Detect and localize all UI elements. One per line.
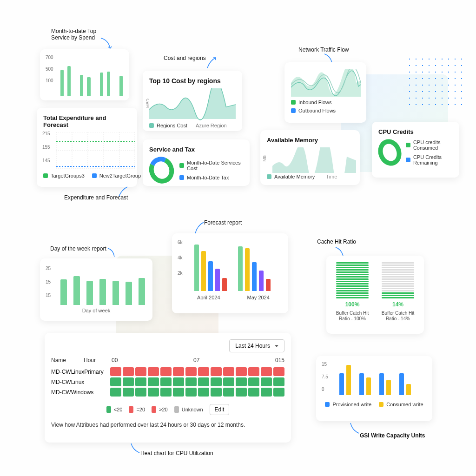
note-cost-regions: Cost and regions: [164, 55, 206, 61]
bar: [107, 72, 110, 96]
mtd-tick: 100: [46, 78, 53, 83]
exp-legend: New2TargetGroup: [99, 173, 141, 178]
heat-row: [110, 367, 284, 376]
heat-row-label: MD-CWLinuxPrimary: [51, 369, 106, 375]
bar: [194, 245, 199, 291]
card-memory: Available Memory MB Available Memory Tim…: [260, 130, 360, 185]
bar: [399, 373, 404, 395]
bar: [80, 75, 83, 96]
network-area: [291, 69, 361, 97]
heat-row-label: MD-CWLinux: [51, 379, 106, 385]
st-legend: Month-to-Date Services Cost: [187, 160, 243, 171]
bar: [252, 262, 257, 291]
gsi-tick: 0: [322, 387, 328, 392]
mem-title: Available Memory: [267, 137, 353, 144]
card-service-tax: Service and Tax Month-to-Date Services C…: [143, 139, 250, 186]
bar: [73, 276, 80, 305]
head-h7: 07: [193, 357, 199, 364]
bar: [87, 77, 90, 96]
card-regions: Top 10 Cost by regions MBD Regions Cost …: [143, 71, 242, 131]
fc-tick: 2k: [178, 271, 183, 276]
network-legend: Inbound Flows: [298, 99, 332, 105]
network-legend: Outbound Flows: [298, 108, 336, 113]
heat-desc: View how Attribues had performed over la…: [51, 422, 284, 428]
dow-tick: 15: [46, 279, 51, 284]
bar: [119, 76, 123, 96]
note-network: Network Traffic Flow: [298, 46, 349, 53]
bar: [359, 373, 364, 395]
mem-area: [272, 147, 356, 173]
bar: [126, 282, 132, 305]
bar: [99, 279, 106, 305]
heat-lg: <20: [114, 407, 123, 412]
gauge-sub: Buffer Catch Hit Ratio - 14%: [380, 311, 416, 322]
bar: [222, 278, 227, 291]
bar: [238, 246, 243, 291]
card-dow: 25 15 15 Day of week: [40, 258, 152, 321]
bar: [266, 279, 271, 291]
dow-tick: 15: [46, 293, 51, 298]
bar: [67, 66, 71, 96]
mtd-tick: 500: [46, 66, 53, 72]
bar: [60, 70, 64, 96]
bar: [386, 380, 391, 395]
mem-legend: Available Memory: [274, 174, 315, 179]
gauge-pct: 14%: [392, 301, 403, 308]
fc-tick: 6k: [178, 240, 183, 245]
bar: [259, 271, 264, 291]
bar: [86, 281, 93, 305]
gauge-stripes: [382, 262, 414, 298]
heat-row: [110, 388, 284, 397]
bar: [208, 261, 213, 291]
regions-legend: Azure Region: [196, 123, 227, 128]
fc-cat: April 2024: [197, 295, 220, 300]
gauge-pct: 100%: [345, 301, 360, 308]
card-network: Inbound Flows Outbound Flows: [284, 62, 366, 123]
card-forecast: 6k 4k 2k April 2024 May 2024: [172, 233, 288, 313]
bar: [60, 279, 67, 305]
note-mtd: Month-to-date Top Service by Spend: [51, 28, 96, 41]
bar: [139, 278, 145, 305]
fc-cat: May 2024: [247, 295, 270, 300]
bar: [406, 384, 411, 395]
card-credits: CPU Credits CPU credits Consumed CPU Cre…: [372, 122, 459, 178]
gsi-tick: 7.5: [322, 374, 328, 379]
bar: [245, 248, 250, 291]
donut-icon: [375, 136, 405, 169]
credits-legend: CPU credits Consumed: [413, 139, 453, 151]
dow-tick: 25: [46, 266, 51, 271]
note-cache: Cache Hit Ratio: [317, 238, 356, 245]
gauge-stripes: [336, 262, 369, 298]
card-mtd: 700 500 100: [40, 49, 129, 100]
bar: [339, 373, 344, 395]
bar: [366, 377, 371, 395]
bg-dots: [406, 56, 462, 107]
exp-tick: 145: [42, 158, 50, 163]
card-expenditure: Total Expenditure and Forecast 215 155 1…: [37, 108, 137, 187]
bar: [215, 269, 220, 291]
range-select[interactable]: Last 24 Hours: [229, 339, 284, 352]
bar: [346, 365, 351, 395]
heat-lg: =20: [136, 407, 145, 412]
card-gsi: 15 7.5 0 Provisioned write Consumed writ…: [316, 356, 432, 421]
note-forecast: Forecast report: [204, 219, 242, 226]
head-h0: 00: [112, 357, 118, 364]
bar: [379, 373, 384, 395]
heat-row: [110, 377, 284, 386]
exp-legend: TargetGroups3: [51, 173, 85, 178]
exp-title: Total Expenditure and Forecast: [43, 114, 131, 128]
exp-tick: 215: [42, 131, 50, 136]
credits-title: CPU Credits: [378, 128, 453, 135]
edit-button[interactable]: Edit: [210, 404, 230, 415]
heat-lg: >20: [159, 407, 168, 412]
gsi-legend: Consumed write: [386, 402, 423, 407]
mem-time: Time: [326, 174, 337, 179]
head-name: Name: [51, 357, 74, 364]
st-title: Service and Tax: [149, 146, 243, 153]
st-legend: Month-to-Date Tax: [187, 175, 229, 180]
mem-ylab: MB: [262, 155, 267, 162]
exp-grid: [56, 132, 135, 169]
dow-xlab: Day of week: [46, 308, 146, 313]
regions-legend: Regions Cost: [157, 123, 187, 128]
donut-icon: [145, 153, 178, 187]
